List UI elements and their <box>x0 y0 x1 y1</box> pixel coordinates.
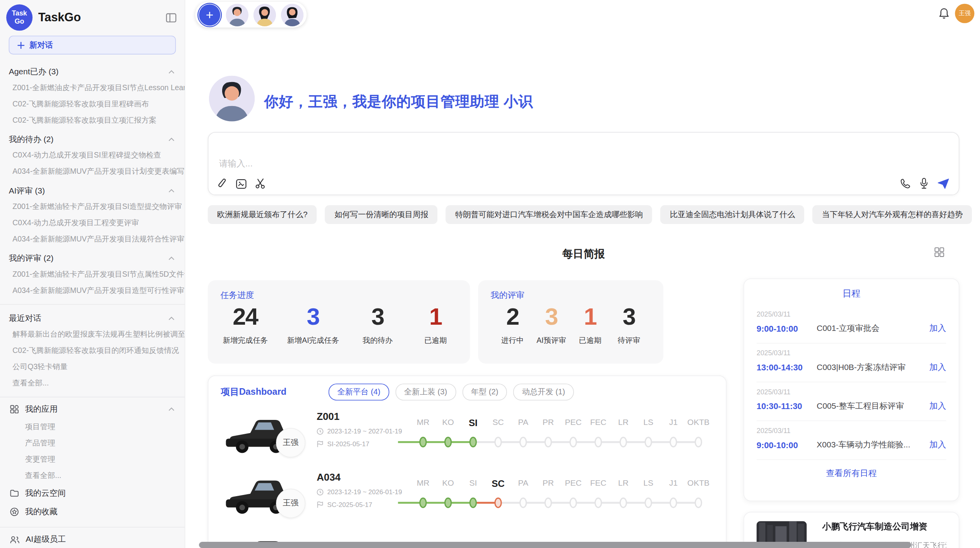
recent-chat-item[interactable]: 解释最新出台的欧盟报废车法规再生塑料比例被调至15%... <box>0 326 185 342</box>
chevron-up-icon <box>168 317 175 320</box>
schedule-join-link[interactable]: 加入 <box>929 439 946 450</box>
milestone-node[interactable]: PA <box>511 417 536 447</box>
user-avatar[interactable]: 王强 <box>955 4 974 23</box>
sidebar-task-item[interactable]: A034-全新新能源MUV产品开发项目计划变更表编写 <box>0 163 185 180</box>
milestone-dot <box>670 497 677 508</box>
daily-briefing-header: 每日简报 <box>208 247 959 263</box>
phone-icon[interactable] <box>900 178 910 188</box>
assistant-avatar-3[interactable] <box>281 3 303 26</box>
milestone-node[interactable]: SI <box>461 478 486 508</box>
suggestion-chip[interactable]: 当下年轻人对汽车外观有怎样的喜好趋势 <box>812 205 972 224</box>
milestone-node[interactable]: PEC <box>561 417 586 447</box>
sidebar-item-cloud-space[interactable]: 我的云空间 <box>0 484 185 503</box>
milestone-node[interactable]: SI <box>461 417 486 447</box>
sidebar-task-item[interactable]: A034-全新新能源MUV产品开发项目造型可行性评审 <box>0 282 185 298</box>
schedule-event-title: C001-立项审批会 <box>817 323 929 334</box>
layout-grid-icon[interactable] <box>934 247 944 260</box>
sidebar-item-ai-super-staff[interactable]: AI超级员工 <box>0 530 185 548</box>
milestone-node[interactable]: PR <box>536 417 561 447</box>
milestone-node[interactable]: KO <box>435 417 461 447</box>
milestone-node[interactable]: J1 <box>661 417 686 447</box>
dashboard-filter-pill[interactable]: 全新平台 (4) <box>329 384 389 401</box>
app-logo-text-bottom: Go <box>15 17 24 25</box>
recent-chat-item[interactable]: 公司Q3轻卡销量 <box>0 358 185 375</box>
sidebar-task-item[interactable]: C02-飞腾新能源轻客改款项目里程碑画布 <box>0 96 185 112</box>
dashboard-header: 项目Dashboard 全新平台 (4) 全新上装 (3) 年型 (2) 动总开… <box>208 376 726 401</box>
milestone-label: SC <box>492 478 505 492</box>
milestone-node[interactable]: PR <box>536 478 561 508</box>
milestone-dot <box>419 437 427 447</box>
send-icon[interactable] <box>937 178 949 188</box>
stat-value: 3 <box>532 302 571 332</box>
sidebar-item-favorites[interactable]: 我的收藏 <box>0 502 185 521</box>
milestone-node[interactable]: SC <box>486 478 511 508</box>
suggestion-chip[interactable]: 特朗普可能对进口汽车增税会对中国车企造成哪些影响 <box>446 205 653 224</box>
assistant-avatar-1[interactable] <box>226 3 248 26</box>
sidebar-section-header[interactable]: AI评审 (3) <box>0 180 185 199</box>
sidebar-app-item[interactable]: 产品管理 <box>0 435 185 451</box>
dashboard-filter-pill[interactable]: 动总开发 (1) <box>513 384 574 401</box>
dashboard-filter-pill[interactable]: 年型 (2) <box>462 384 507 401</box>
sidebar-collapse-icon[interactable] <box>164 11 177 24</box>
sidebar-task-item[interactable]: C0X4-动力总成开发项目SI里程碑提交物检查 <box>0 147 185 163</box>
app-logo-text-top: Task <box>12 10 27 17</box>
suggestion-chip[interactable]: 欧洲新规最近颁布了什么? <box>208 205 317 224</box>
new-chat-button[interactable]: 新对话 <box>9 36 176 55</box>
schedule-join-link[interactable]: 加入 <box>929 323 946 334</box>
milestone-node[interactable]: LR <box>611 417 636 447</box>
milestone-dot <box>569 437 577 447</box>
sidebar-task-item[interactable]: Z001-全新燃油轻卡产品开发项目SI节点属性5D文件评审 <box>0 266 185 282</box>
chat-input-box[interactable]: 请输入... <box>208 132 959 195</box>
add-assistant-button[interactable]: + <box>199 3 221 26</box>
project-row[interactable]: 王强 Z001 2023-12-19 ~ 2027-01-19 SI-2025-… <box>221 404 713 464</box>
sidebar-task-item[interactable]: Z001-全新燃油皮卡产品开发项目SI节点Lesson Learn报告 <box>0 79 185 96</box>
sidebar-task-item[interactable]: Z001-全新燃油轻卡产品开发项目SI造型提交物评审 <box>0 199 185 215</box>
image-upload-icon[interactable] <box>236 179 247 189</box>
chevron-up-icon <box>168 189 175 193</box>
horizontal-scrollbar-thumb[interactable] <box>199 542 911 548</box>
assistant-avatar-2[interactable] <box>254 3 276 26</box>
schedule-join-link[interactable]: 加入 <box>929 401 946 412</box>
milestone-node[interactable]: SC <box>486 417 511 447</box>
milestone-node[interactable]: FEC <box>586 478 611 508</box>
sidebar-section-header-recent[interactable]: 最近对话 <box>0 307 185 326</box>
sidebar-task-item[interactable]: C0X4-动力总成开发项目工程变更评审 <box>0 215 185 231</box>
milestone-node[interactable]: LR <box>611 478 636 508</box>
sidebar-task-item[interactable]: A034-全新新能源MUV产品开发项目法规符合性评审 <box>0 231 185 247</box>
schedule-join-link[interactable]: 加入 <box>929 362 946 373</box>
milestone-node[interactable]: OKTB <box>686 417 711 447</box>
sidebar-section-header[interactable]: 我的待办 (2) <box>0 128 185 147</box>
suggestion-chip[interactable]: 如何写一份清晰的项目周报 <box>325 205 438 224</box>
sidebar-task-item[interactable]: C02-飞腾新能源轻客改款项目立项汇报方案 <box>0 112 185 128</box>
stat-block: 1 已逾期 <box>416 302 455 346</box>
milestone-node[interactable]: KO <box>435 478 461 508</box>
schedule-view-all-link[interactable]: 查看所有日程 <box>757 468 946 479</box>
sidebar-app-item[interactable]: 变更管理 <box>0 451 185 468</box>
recent-view-all-link[interactable]: 查看全部... <box>0 375 185 391</box>
milestone-node[interactable]: FEC <box>586 417 611 447</box>
briefing-stat-cards: 任务进度 24 新增完成任务 3 新增AI完成任务 <box>208 280 663 363</box>
notification-bell-icon[interactable] <box>939 7 949 22</box>
sidebar-item-my-apps[interactable]: 我的应用 <box>0 400 185 419</box>
sidebar-section-header[interactable]: Agent已办 (3) <box>0 61 185 80</box>
recent-chat-item[interactable]: C02-飞腾新能源轻客改款项目的闭环通知反馈情况 <box>0 342 185 358</box>
milestone-node[interactable]: MR <box>411 478 436 508</box>
paperclip-icon[interactable] <box>218 178 227 189</box>
milestone-node[interactable]: PEC <box>561 478 586 508</box>
sidebar-app-item[interactable]: 项目管理 <box>0 419 185 435</box>
milestone-node[interactable]: LS <box>636 417 661 447</box>
dashboard-filter-pill[interactable]: 全新上装 (3) <box>395 384 456 401</box>
scissors-icon[interactable] <box>255 178 266 189</box>
milestone-node[interactable]: PA <box>511 478 536 508</box>
milestone-node[interactable]: MR <box>411 417 436 447</box>
sidebar-app-item[interactable]: 查看全部... <box>0 468 185 484</box>
milestone-node[interactable]: OKTB <box>686 478 711 508</box>
milestone-node[interactable]: J1 <box>661 478 686 508</box>
sidebar-section-header[interactable]: 我的评审 (2) <box>0 247 185 266</box>
microphone-icon[interactable] <box>920 178 928 189</box>
project-row[interactable]: 王强 A034 2023-12-19 ~ 2026-01-19 SC-2025-… <box>221 464 713 525</box>
suggestion-chip[interactable]: 比亚迪全固态电池计划具体说了什么 <box>661 205 805 224</box>
milestone-node[interactable]: LS <box>636 478 661 508</box>
stat-value: 2 <box>493 302 532 332</box>
stat-block: 3 AI预评审 <box>532 302 571 346</box>
